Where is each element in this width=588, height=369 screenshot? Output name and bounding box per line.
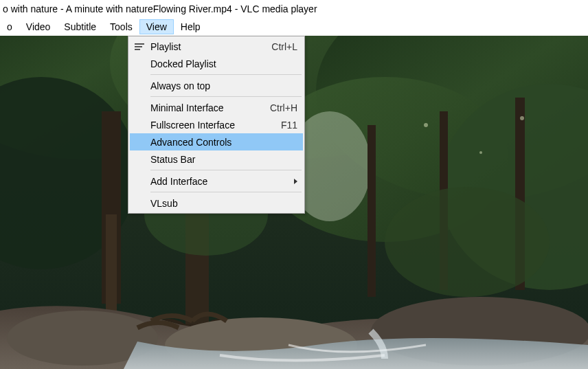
menu-item-minimal-interface[interactable]: Minimal InterfaceCtrl+H [130, 99, 303, 116]
title-bar: o with nature - A minute with natureFlow… [0, 0, 588, 18]
menu-item-view[interactable]: View [139, 19, 174, 34]
svg-point-15 [385, 187, 550, 297]
menu-item-label: Minimal Interface [150, 102, 256, 113]
svg-rect-9 [106, 214, 117, 311]
window-title: o with nature - A minute with natureFlow… [3, 3, 317, 14]
menu-item-vlsub[interactable]: VLsub [130, 194, 303, 212]
menu-item-label: Docked Playlist [150, 58, 297, 69]
menu-item-add-interface[interactable]: Add Interface [130, 172, 303, 190]
menu-item-o[interactable]: o [0, 19, 19, 34]
svg-point-20 [479, 151, 482, 154]
menu-separator [150, 192, 302, 192]
menu-item-video[interactable]: Video [19, 19, 58, 34]
menu-item-playlist[interactable]: PlaylistCtrl+L [130, 38, 303, 55]
svg-rect-11 [368, 125, 376, 297]
svg-point-19 [424, 123, 428, 127]
menu-item-shortcut: Ctrl+H [270, 102, 297, 113]
svg-point-21 [520, 116, 524, 120]
menu-item-label: Add Interface [150, 176, 297, 187]
menu-item-label: Playlist [150, 41, 258, 52]
menu-item-label: Status Bar [150, 154, 297, 165]
menu-item-advanced-controls[interactable]: Advanced Controls [130, 133, 303, 150]
menu-item-fullscreen-interface[interactable]: Fullscreen InterfaceF11 [130, 116, 303, 133]
menu-item-label: Advanced Controls [150, 137, 297, 148]
playlist-icon [134, 41, 145, 52]
menu-item-subtitle[interactable]: Subtitle [57, 19, 103, 34]
menu-item-shortcut: Ctrl+L [271, 41, 297, 52]
menu-item-label: Fullscreen Interface [150, 120, 267, 131]
menu-item-docked-playlist[interactable]: Docked Playlist [130, 55, 303, 72]
menu-item-status-bar[interactable]: Status Bar [130, 150, 303, 168]
menu-item-shortcut: F11 [281, 120, 297, 131]
chevron-right-icon [294, 179, 297, 184]
view-menu-dropdown: PlaylistCtrl+LDocked PlaylistAlways on t… [128, 36, 305, 214]
menu-item-always-on-top[interactable]: Always on top [130, 77, 303, 94]
menu-separator [150, 74, 302, 75]
menu-separator [150, 96, 302, 97]
menu-item-label: Always on top [150, 80, 297, 91]
menu-separator [150, 170, 302, 170]
menu-item-help[interactable]: Help [174, 19, 207, 34]
menu-item-label: VLsub [150, 198, 297, 209]
menu-bar: oVideoSubtitleToolsViewHelp [0, 18, 588, 36]
menu-item-tools[interactable]: Tools [103, 19, 139, 34]
